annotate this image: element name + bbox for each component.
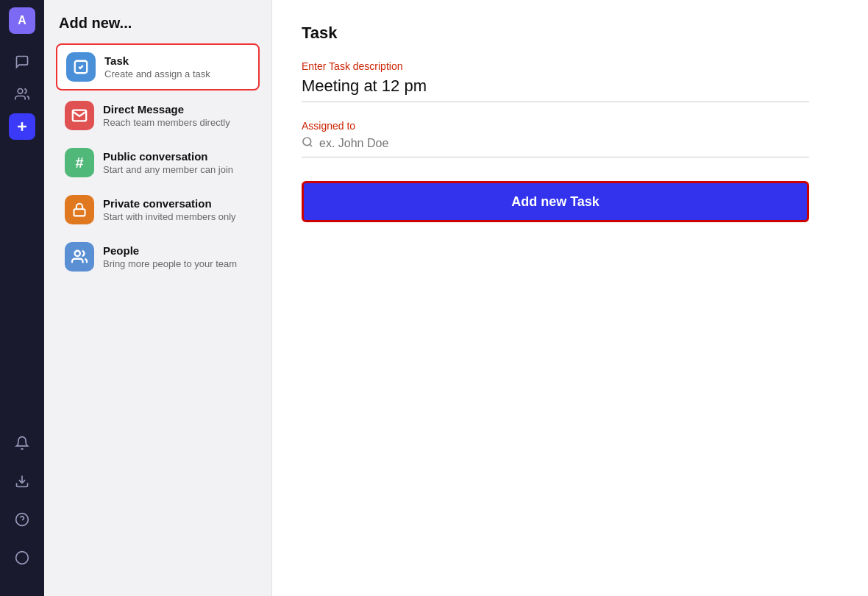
assigned-to-input[interactable] (319, 137, 809, 150)
svg-rect-8 (74, 209, 85, 216)
people-menu-icon (65, 242, 94, 272)
public-menu-icon: # (65, 148, 94, 177)
svg-point-0 (18, 89, 23, 94)
help-nav-icon[interactable] (9, 506, 35, 533)
private-item-desc: Start with invited members only (103, 211, 236, 222)
add-nav-button[interactable] (9, 113, 35, 140)
private-menu-icon (65, 195, 94, 224)
menu-item-dm[interactable]: Direct Message Reach team members direct… (56, 93, 260, 138)
dm-item-desc: Reach team members directly (103, 117, 230, 128)
people-item-desc: Bring more people to your team (103, 258, 237, 269)
svg-point-9 (75, 251, 80, 256)
search-icon (302, 136, 313, 151)
menu-item-people[interactable]: People Bring more people to your team (56, 235, 260, 279)
nav-bottom-icons (9, 430, 35, 589)
svg-point-6 (16, 552, 29, 564)
private-item-title: Private conversation (103, 197, 236, 210)
dm-menu-icon (65, 101, 94, 130)
main-content: Task Enter Task description Meeting at 1… (272, 0, 868, 596)
people-item-title: People (103, 244, 237, 257)
settings-nav-icon[interactable] (9, 544, 35, 571)
task-item-title: Task (104, 54, 210, 67)
svg-line-11 (310, 144, 312, 146)
avatar[interactable]: A (9, 7, 35, 34)
task-description-label: Enter Task description (302, 60, 839, 72)
task-description-value[interactable]: Meeting at 12 pm (302, 77, 809, 102)
task-description-group: Enter Task description Meeting at 12 pm (302, 60, 839, 102)
menu-item-public[interactable]: # Public conversation Start and any memb… (56, 141, 260, 185)
svg-point-10 (303, 138, 311, 146)
task-menu-icon (66, 52, 96, 82)
contacts-nav-icon[interactable] (9, 81, 35, 107)
assigned-to-label: Assigned to (302, 120, 839, 132)
menu-item-private[interactable]: Private conversation Start with invited … (56, 188, 260, 232)
public-item-title: Public conversation (103, 150, 233, 163)
dm-item-title: Direct Message (103, 103, 230, 116)
notification-nav-icon[interactable] (9, 430, 35, 456)
task-item-desc: Create and assign a task (104, 68, 210, 79)
menu-item-task[interactable]: Task Create and assign a task (56, 43, 260, 91)
add-task-button[interactable]: Add new Task (302, 181, 809, 222)
download-nav-icon[interactable] (9, 468, 35, 494)
assigned-to-group: Assigned to (302, 120, 839, 157)
chat-nav-icon[interactable] (9, 49, 35, 75)
form-title: Task (302, 24, 839, 43)
public-item-desc: Start and any member can join (103, 164, 233, 175)
nav-bar: A (0, 0, 44, 596)
assigned-to-input-row (302, 136, 809, 157)
menu-title: Add new... (56, 15, 260, 32)
menu-panel: Add new... Task Create and assign a task… (44, 0, 272, 596)
